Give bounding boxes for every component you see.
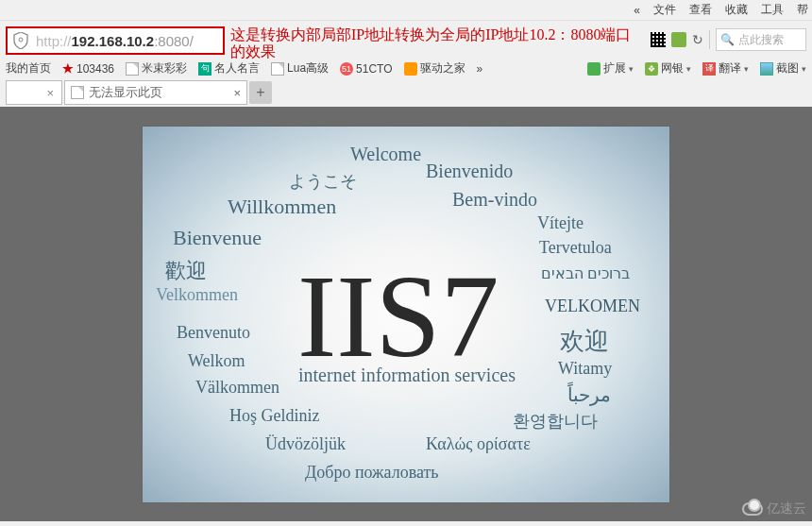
url-port: :8080/	[154, 33, 194, 49]
welcome-word: Velkommen	[156, 285, 238, 305]
bookmark-lua[interactable]: Lua高级	[271, 60, 329, 76]
welcome-word: Willkommen	[228, 195, 336, 219]
annotation-line-1: 这是转换内部局部IP地址转换为全局的IP地址10.2：8080端口	[230, 26, 636, 43]
welcome-word: 환영합니다	[513, 410, 598, 433]
welcome-word: Välkommen	[195, 378, 279, 398]
top-menu-bar: « 文件 查看 收藏 工具 帮	[0, 0, 812, 21]
welcome-word: Tervetuloa	[539, 238, 612, 258]
close-icon[interactable]: ×	[233, 86, 241, 100]
welcome-word: مرحباً	[567, 383, 611, 406]
bookmark-driver[interactable]: 驱动之家	[404, 60, 465, 76]
watermark: 亿速云	[742, 501, 806, 518]
url-ip: 192.168.10.2	[72, 33, 155, 49]
welcome-word: Benvenuto	[177, 323, 250, 343]
ebank-button[interactable]: ❖网银▾	[645, 60, 691, 76]
welcome-word: Welkom	[188, 351, 245, 371]
search-icon: 🔍	[720, 33, 735, 46]
cto-icon: 51	[340, 62, 353, 76]
screenshot-button[interactable]: 截图▾	[760, 60, 806, 76]
chevron-down-icon: ▾	[802, 64, 806, 74]
top-menu-help[interactable]: 帮	[797, 2, 808, 18]
welcome-word: Welcome	[350, 144, 421, 165]
bookmark-more[interactable]: »	[477, 62, 483, 76]
welcome-word: Vítejte	[537, 213, 584, 233]
url-protocol: http://	[36, 33, 72, 49]
qr-icon[interactable]	[651, 32, 666, 47]
welcome-word: Bienvenido	[426, 161, 513, 182]
welcome-word: Hoş Geldiniz	[229, 406, 319, 426]
svg-point-0	[19, 38, 23, 42]
welcome-word: Witamy	[558, 359, 612, 379]
welcome-word: ברוכים הבאים	[541, 264, 630, 282]
welcome-word: Üdvözöljük	[265, 434, 346, 454]
welcome-word: ようこそ	[289, 170, 357, 193]
watermark-text: 亿速云	[767, 501, 806, 518]
welcome-word: VELKOMEN	[545, 297, 640, 316]
close-icon[interactable]: ×	[46, 86, 54, 100]
pinned-tab[interactable]: ×	[6, 80, 62, 105]
active-tab[interactable]: 无法显示此页 ×	[64, 80, 247, 105]
welcome-word: 歡迎	[165, 257, 207, 285]
welcome-word: Bem-vindo	[452, 189, 537, 211]
extensions-button[interactable]: 扩展▾	[587, 60, 634, 76]
top-menu-favorites[interactable]: 收藏	[725, 2, 748, 18]
screenshot-icon	[760, 62, 773, 76]
translate-button[interactable]: 译翻译▾	[702, 60, 749, 76]
welcome-word: 欢迎	[560, 325, 609, 358]
iis-welcome-box: IIS7 internet information services Welco…	[142, 126, 670, 503]
refresh-icon[interactable]: ↻	[692, 32, 703, 47]
url-bar[interactable]: http://192.168.10.2:8080/	[6, 26, 225, 55]
divider	[709, 30, 710, 49]
page-icon	[271, 62, 284, 76]
tab-bar: × 无法显示此页 × +	[0, 80, 812, 107]
search-box[interactable]: 🔍 点此搜索	[716, 28, 806, 51]
url-text: http://192.168.10.2:8080/	[34, 33, 194, 49]
top-menu-file[interactable]: 文件	[653, 2, 676, 18]
right-tools: ↻ 🔍 点此搜索	[651, 28, 806, 51]
driver-icon	[404, 62, 417, 76]
bookmark-103436[interactable]: ★103436	[62, 61, 114, 76]
extension-icon	[587, 62, 601, 76]
bank-icon: ❖	[645, 62, 658, 76]
top-menu-view[interactable]: 查看	[689, 2, 712, 18]
annotation-text: 这是转换内部局部IP地址转换为全局的IP地址10.2：8080端口 的效果	[230, 26, 636, 60]
bookmark-right: 扩展▾ ❖网银▾ 译翻译▾ 截图▾	[587, 60, 806, 76]
star-icon: ★	[62, 61, 74, 76]
safety-icon[interactable]	[671, 32, 686, 47]
page-icon	[126, 62, 139, 76]
shield-icon	[8, 28, 34, 53]
top-menu-back[interactable]: «	[634, 4, 640, 17]
translate-icon: 译	[702, 62, 716, 76]
new-tab-button[interactable]: +	[249, 81, 272, 104]
chevron-down-icon: ▾	[744, 64, 749, 74]
chevron-down-icon: ▾	[629, 64, 634, 74]
bookmark-quotes[interactable]: 句名人名言	[198, 60, 260, 76]
page-icon	[71, 86, 84, 99]
search-placeholder: 点此搜索	[738, 32, 784, 48]
annotation-line-2: 的效果	[230, 43, 636, 60]
top-menu-tools[interactable]: 工具	[761, 2, 784, 18]
bookmark-home[interactable]: 我的首页	[6, 60, 51, 76]
welcome-word: Καλώς ορίσατε	[426, 434, 531, 454]
address-section: http://192.168.10.2:8080/ 这是转换内部局部IP地址转换…	[0, 21, 812, 57]
iis-logo: IIS7	[297, 259, 499, 376]
welcome-word: Bienvenue	[173, 226, 262, 250]
welcome-word: Добро пожаловать	[305, 463, 439, 483]
cloud-icon	[742, 502, 763, 516]
bookmark-micai[interactable]: 米束彩彩	[126, 60, 187, 76]
tab-title: 无法显示此页	[89, 84, 162, 101]
page-content: IIS7 internet information services Welco…	[0, 107, 812, 521]
chevron-down-icon: ▾	[686, 64, 691, 74]
iis-tagline: internet information services	[298, 365, 516, 386]
bookmark-51cto[interactable]: 5151CTO	[340, 62, 392, 76]
quote-icon: 句	[198, 62, 211, 76]
bookmark-left: 我的首页 ★103436 米束彩彩 句名人名言 Lua高级 5151CTO 驱动…	[6, 60, 482, 76]
